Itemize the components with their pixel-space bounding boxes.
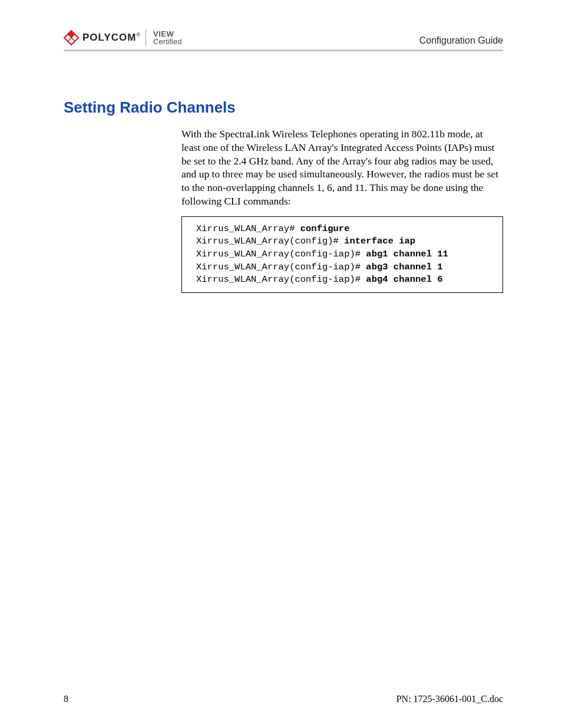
page-footer: 8 PN: 1725-36061-001_C.doc <box>64 694 503 704</box>
code-command: interface iap <box>344 236 415 246</box>
cert-certified-label: Certified <box>153 38 181 45</box>
section-paragraph: With the SpectraLink Wireless Telephones… <box>181 127 503 208</box>
vertical-divider <box>146 29 146 46</box>
code-command: abg4 channel 6 <box>366 274 442 285</box>
code-command: abg3 channel 1 <box>366 262 442 272</box>
polycom-logo-icon <box>64 30 79 45</box>
svg-marker-4 <box>68 38 75 45</box>
code-prompt: Xirrus_WLAN_Array# <box>196 223 300 234</box>
code-prompt: Xirrus_WLAN_Array(config-iap)# <box>196 262 366 272</box>
code-line: Xirrus_WLAN_Array(config)# interface iap <box>196 235 488 248</box>
code-command: configure <box>300 223 350 234</box>
brand-logo-block: POLYCOM® VIEW Certified <box>64 29 181 46</box>
cli-code-block: Xirrus_WLAN_Array# configure Xirrus_WLAN… <box>181 216 503 293</box>
code-prompt: Xirrus_WLAN_Array(config)# <box>196 236 344 246</box>
code-line: Xirrus_WLAN_Array(config-iap)# abg4 chan… <box>196 274 488 286</box>
page-number: 8 <box>64 694 68 704</box>
code-command: abg1 channel 11 <box>366 249 448 259</box>
section-heading: Setting Radio Channels <box>64 98 503 117</box>
code-line: Xirrus_WLAN_Array(config-iap)# abg3 chan… <box>196 261 488 274</box>
svg-marker-1 <box>68 31 75 38</box>
header-doc-title: Configuration Guide <box>419 35 503 46</box>
code-line: Xirrus_WLAN_Array# configure <box>196 223 488 236</box>
page-header: POLYCOM® VIEW Certified Configuration Gu… <box>64 29 503 51</box>
code-prompt: Xirrus_WLAN_Array(config-iap)# <box>196 274 366 285</box>
document-id: PN: 1725-36061-001_C.doc <box>396 694 503 704</box>
document-page: POLYCOM® VIEW Certified Configuration Gu… <box>0 0 562 728</box>
brand-name: POLYCOM® <box>82 32 141 44</box>
code-prompt: Xirrus_WLAN_Array(config-iap)# <box>196 249 366 259</box>
code-line: Xirrus_WLAN_Array(config-iap)# abg1 chan… <box>196 248 488 261</box>
certification-block: VIEW Certified <box>153 30 181 45</box>
